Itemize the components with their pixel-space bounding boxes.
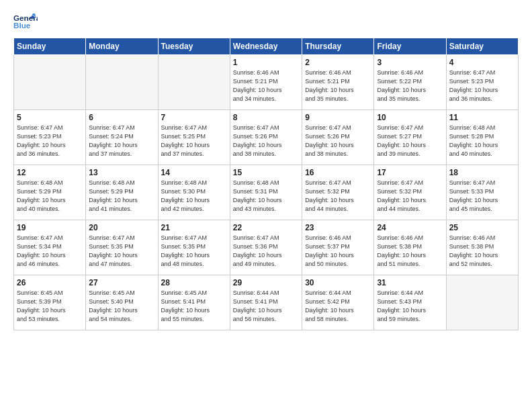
calendar-cell: 1Sunrise: 6:46 AMSunset: 5:21 PMDaylight… bbox=[230, 55, 302, 110]
day-info: Sunrise: 6:46 AMSunset: 5:22 PMDaylight:… bbox=[377, 68, 443, 103]
calendar-cell: 11Sunrise: 6:48 AMSunset: 5:28 PMDayligh… bbox=[446, 110, 518, 165]
calendar-cell: 5Sunrise: 6:47 AMSunset: 5:23 PMDaylight… bbox=[14, 110, 86, 165]
day-info: Sunrise: 6:44 AMSunset: 5:42 PMDaylight:… bbox=[305, 289, 371, 324]
day-info: Sunrise: 6:48 AMSunset: 5:28 PMDaylight:… bbox=[449, 124, 515, 158]
day-info: Sunrise: 6:47 AMSunset: 5:27 PMDaylight:… bbox=[377, 124, 443, 158]
week-row-3: 12Sunrise: 6:48 AMSunset: 5:29 PMDayligh… bbox=[14, 165, 519, 220]
day-number: 1 bbox=[233, 58, 299, 67]
day-info: Sunrise: 6:48 AMSunset: 5:31 PMDaylight:… bbox=[233, 179, 299, 214]
day-number: 23 bbox=[305, 223, 371, 232]
day-info: Sunrise: 6:46 AMSunset: 5:37 PMDaylight:… bbox=[305, 234, 371, 269]
day-number: 21 bbox=[161, 223, 227, 232]
svg-text:Blue: Blue bbox=[13, 21, 31, 30]
calendar-cell: 20Sunrise: 6:47 AMSunset: 5:35 PMDayligh… bbox=[86, 220, 158, 275]
calendar-cell: 23Sunrise: 6:46 AMSunset: 5:37 PMDayligh… bbox=[302, 220, 374, 275]
day-info: Sunrise: 6:47 AMSunset: 5:23 PMDaylight:… bbox=[449, 68, 515, 103]
day-info: Sunrise: 6:46 AMSunset: 5:21 PMDaylight:… bbox=[233, 68, 299, 103]
day-info: Sunrise: 6:45 AMSunset: 5:41 PMDaylight:… bbox=[161, 289, 227, 324]
calendar-cell bbox=[446, 275, 518, 330]
day-info: Sunrise: 6:47 AMSunset: 5:25 PMDaylight:… bbox=[161, 124, 227, 158]
day-number: 25 bbox=[449, 223, 515, 232]
calendar-cell: 10Sunrise: 6:47 AMSunset: 5:27 PMDayligh… bbox=[374, 110, 446, 165]
day-number: 16 bbox=[305, 168, 371, 177]
day-number: 14 bbox=[161, 168, 227, 177]
calendar-cell: 22Sunrise: 6:47 AMSunset: 5:36 PMDayligh… bbox=[230, 220, 302, 275]
calendar-cell: 19Sunrise: 6:47 AMSunset: 5:34 PMDayligh… bbox=[14, 220, 86, 275]
day-info: Sunrise: 6:47 AMSunset: 5:24 PMDaylight:… bbox=[89, 124, 154, 158]
day-number: 18 bbox=[449, 168, 515, 177]
day-number: 30 bbox=[305, 278, 371, 287]
weekday-header-saturday: Saturday bbox=[446, 38, 518, 55]
day-info: Sunrise: 6:45 AMSunset: 5:39 PMDaylight:… bbox=[17, 289, 83, 324]
day-number: 31 bbox=[377, 278, 443, 287]
day-info: Sunrise: 6:47 AMSunset: 5:26 PMDaylight:… bbox=[233, 124, 299, 158]
calendar-cell: 13Sunrise: 6:48 AMSunset: 5:29 PMDayligh… bbox=[86, 165, 158, 220]
day-info: Sunrise: 6:47 AMSunset: 5:32 PMDaylight:… bbox=[305, 179, 371, 214]
calendar-cell: 18Sunrise: 6:47 AMSunset: 5:33 PMDayligh… bbox=[446, 165, 518, 220]
day-info: Sunrise: 6:48 AMSunset: 5:29 PMDaylight:… bbox=[89, 179, 154, 214]
day-number: 19 bbox=[17, 223, 83, 232]
calendar-cell bbox=[158, 55, 230, 110]
calendar-cell: 25Sunrise: 6:46 AMSunset: 5:38 PMDayligh… bbox=[446, 220, 518, 275]
day-info: Sunrise: 6:46 AMSunset: 5:38 PMDaylight:… bbox=[377, 234, 443, 269]
day-number: 7 bbox=[161, 113, 227, 122]
day-number: 2 bbox=[305, 58, 371, 67]
calendar-cell: 31Sunrise: 6:44 AMSunset: 5:43 PMDayligh… bbox=[374, 275, 446, 330]
day-info: Sunrise: 6:46 AMSunset: 5:38 PMDaylight:… bbox=[449, 234, 515, 269]
day-info: Sunrise: 6:46 AMSunset: 5:21 PMDaylight:… bbox=[305, 68, 371, 103]
week-row-5: 26Sunrise: 6:45 AMSunset: 5:39 PMDayligh… bbox=[14, 275, 519, 330]
calendar-cell: 24Sunrise: 6:46 AMSunset: 5:38 PMDayligh… bbox=[374, 220, 446, 275]
week-row-4: 19Sunrise: 6:47 AMSunset: 5:34 PMDayligh… bbox=[14, 220, 519, 275]
day-info: Sunrise: 6:47 AMSunset: 5:33 PMDaylight:… bbox=[449, 179, 515, 214]
calendar-cell: 9Sunrise: 6:47 AMSunset: 5:26 PMDaylight… bbox=[302, 110, 374, 165]
day-info: Sunrise: 6:44 AMSunset: 5:43 PMDaylight:… bbox=[377, 289, 443, 324]
header: General Blue bbox=[13, 12, 519, 31]
weekday-header-friday: Friday bbox=[374, 38, 446, 55]
day-info: Sunrise: 6:47 AMSunset: 5:32 PMDaylight:… bbox=[377, 179, 443, 214]
day-number: 12 bbox=[17, 168, 83, 177]
calendar-cell: 29Sunrise: 6:44 AMSunset: 5:41 PMDayligh… bbox=[230, 275, 302, 330]
day-number: 22 bbox=[233, 223, 299, 232]
day-number: 9 bbox=[305, 113, 371, 122]
day-number: 28 bbox=[161, 278, 227, 287]
day-number: 29 bbox=[233, 278, 299, 287]
calendar-cell: 30Sunrise: 6:44 AMSunset: 5:42 PMDayligh… bbox=[302, 275, 374, 330]
calendar-cell bbox=[14, 55, 86, 110]
calendar-cell: 26Sunrise: 6:45 AMSunset: 5:39 PMDayligh… bbox=[14, 275, 86, 330]
weekday-header-sunday: Sunday bbox=[14, 38, 86, 55]
day-info: Sunrise: 6:48 AMSunset: 5:29 PMDaylight:… bbox=[17, 179, 83, 214]
day-number: 24 bbox=[377, 223, 443, 232]
calendar-cell: 14Sunrise: 6:48 AMSunset: 5:30 PMDayligh… bbox=[158, 165, 230, 220]
day-info: Sunrise: 6:45 AMSunset: 5:40 PMDaylight:… bbox=[89, 289, 154, 324]
day-number: 8 bbox=[233, 113, 299, 122]
week-row-2: 5Sunrise: 6:47 AMSunset: 5:23 PMDaylight… bbox=[14, 110, 519, 165]
day-info: Sunrise: 6:47 AMSunset: 5:34 PMDaylight:… bbox=[17, 234, 83, 269]
day-number: 10 bbox=[377, 113, 443, 122]
day-info: Sunrise: 6:47 AMSunset: 5:36 PMDaylight:… bbox=[233, 234, 299, 269]
calendar-table: SundayMondayTuesdayWednesdayThursdayFrid… bbox=[13, 38, 519, 330]
day-number: 11 bbox=[449, 113, 515, 122]
calendar-cell: 17Sunrise: 6:47 AMSunset: 5:32 PMDayligh… bbox=[374, 165, 446, 220]
day-info: Sunrise: 6:47 AMSunset: 5:35 PMDaylight:… bbox=[89, 234, 154, 269]
day-info: Sunrise: 6:44 AMSunset: 5:41 PMDaylight:… bbox=[233, 289, 299, 324]
calendar-cell bbox=[86, 55, 158, 110]
day-number: 5 bbox=[17, 113, 83, 122]
logo-icon: General Blue bbox=[13, 12, 38, 31]
calendar-cell: 27Sunrise: 6:45 AMSunset: 5:40 PMDayligh… bbox=[86, 275, 158, 330]
calendar-page: General Blue SundayMondayTuesdayWednesda… bbox=[0, 0, 532, 411]
weekday-header-monday: Monday bbox=[86, 38, 158, 55]
day-number: 3 bbox=[377, 58, 443, 67]
logo: General Blue bbox=[13, 12, 38, 31]
calendar-cell: 8Sunrise: 6:47 AMSunset: 5:26 PMDaylight… bbox=[230, 110, 302, 165]
weekday-header-wednesday: Wednesday bbox=[230, 38, 302, 55]
day-info: Sunrise: 6:47 AMSunset: 5:26 PMDaylight:… bbox=[305, 124, 371, 158]
weekday-header-row: SundayMondayTuesdayWednesdayThursdayFrid… bbox=[14, 38, 519, 55]
calendar-cell: 3Sunrise: 6:46 AMSunset: 5:22 PMDaylight… bbox=[374, 55, 446, 110]
calendar-cell: 6Sunrise: 6:47 AMSunset: 5:24 PMDaylight… bbox=[86, 110, 158, 165]
calendar-cell: 28Sunrise: 6:45 AMSunset: 5:41 PMDayligh… bbox=[158, 275, 230, 330]
day-number: 27 bbox=[89, 278, 154, 287]
day-number: 15 bbox=[233, 168, 299, 177]
calendar-cell: 15Sunrise: 6:48 AMSunset: 5:31 PMDayligh… bbox=[230, 165, 302, 220]
day-number: 20 bbox=[89, 223, 154, 232]
calendar-cell: 2Sunrise: 6:46 AMSunset: 5:21 PMDaylight… bbox=[302, 55, 374, 110]
